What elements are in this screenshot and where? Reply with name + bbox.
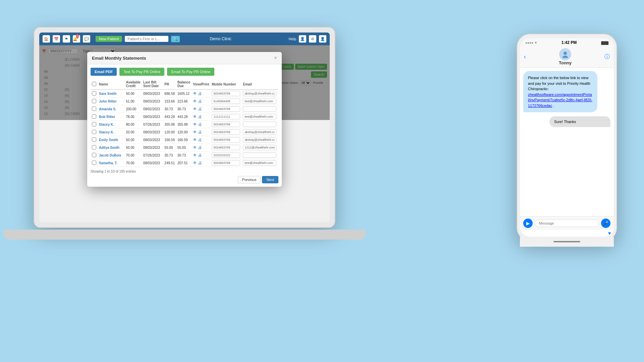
row-checkbox-7[interactable] xyxy=(92,145,96,149)
contact-avatar xyxy=(559,48,571,60)
phone-home-indicator xyxy=(520,237,614,247)
last-bill-date: 08/03/2023 xyxy=(142,144,163,152)
phone-info-button[interactable]: ⓘ xyxy=(604,53,610,60)
mobile-input[interactable] xyxy=(212,114,240,119)
patient-name-link[interactable]: Stacey K. xyxy=(99,123,114,126)
email-input[interactable] xyxy=(243,91,276,96)
statement-row: Emily Smith 50.00 08/03/2023 166.59 166.… xyxy=(91,136,278,144)
mobile-input[interactable] xyxy=(212,137,240,142)
print-icon[interactable]: 🖨 xyxy=(198,161,202,165)
row-checkbox-9[interactable] xyxy=(92,161,96,165)
view-icon[interactable]: 👁 xyxy=(193,122,197,127)
modal-close-button[interactable]: × xyxy=(274,55,277,61)
print-icon[interactable]: 🖨 xyxy=(198,130,202,134)
mobile-input[interactable] xyxy=(212,91,240,96)
phone-mic-button[interactable]: 🎤 xyxy=(601,219,610,228)
user-icon[interactable]: 👤 xyxy=(299,35,306,43)
row-checkbox-8[interactable] xyxy=(92,153,96,157)
row-checkbox-3[interactable] xyxy=(92,114,96,119)
row-checkbox-2[interactable] xyxy=(92,107,96,111)
view-icon[interactable]: 👁 xyxy=(193,137,197,142)
notification-icon[interactable]: 🔔3 xyxy=(73,35,80,43)
email-pdf-button[interactable]: Email PDF xyxy=(91,68,117,76)
patient-name-link[interactable]: Stacey K. xyxy=(99,130,114,134)
email-input[interactable] xyxy=(243,137,276,142)
settings-icon[interactable]: ⚙ xyxy=(309,35,316,43)
statement-row: Sara Smith 50.00 08/03/2023 686.58 1605.… xyxy=(91,89,278,98)
email-input[interactable] xyxy=(243,153,276,158)
col-name-header: Name xyxy=(98,79,125,89)
email-input[interactable] xyxy=(243,99,276,104)
phone-back-button[interactable]: ‹ xyxy=(524,53,526,60)
email-input[interactable] xyxy=(243,145,276,150)
print-icon[interactable]: 🖨 xyxy=(198,99,202,104)
email-input[interactable] xyxy=(243,129,276,135)
mobile-input[interactable] xyxy=(212,160,240,166)
next-button[interactable]: Next xyxy=(262,176,278,183)
previous-button[interactable]: Previous xyxy=(238,176,261,183)
patient-name-link[interactable]: Samatha. T. xyxy=(99,161,117,165)
statement-row: Jacob DuBois 70.00 07/26/2023 30.73 30.7… xyxy=(91,152,278,159)
patient-name-link[interactable]: Sara Smith xyxy=(99,92,116,96)
phone-send-button[interactable]: ▶ xyxy=(523,219,533,228)
available-credit: 50.00 xyxy=(125,144,142,152)
row-checkbox-4[interactable] xyxy=(92,122,96,126)
mobile-input[interactable] xyxy=(212,106,240,112)
patient-name-link[interactable]: Jacob DuBois xyxy=(99,154,121,157)
email-input[interactable] xyxy=(243,114,276,119)
patient-name-link[interactable]: Emily Smith xyxy=(99,138,118,142)
print-icon[interactable]: 🖨 xyxy=(198,114,202,119)
print-icon[interactable]: 🖨 xyxy=(198,107,202,111)
email-input[interactable] xyxy=(243,122,276,127)
view-icon[interactable]: 👁 xyxy=(193,145,197,150)
home-icon[interactable]: 🏠 xyxy=(43,35,50,43)
mobile-input[interactable] xyxy=(212,145,240,150)
select-all-checkbox[interactable] xyxy=(92,82,96,86)
mobile-input[interactable] xyxy=(212,153,240,158)
row-checkbox-6[interactable] xyxy=(92,137,96,142)
profile-icon[interactable]: 👤 xyxy=(319,35,326,43)
email-input[interactable] xyxy=(243,160,276,166)
last-bill-date: 08/03/2023 xyxy=(142,89,163,98)
view-icon[interactable]: 👁 xyxy=(193,153,197,158)
flag-icon[interactable]: ⚑ xyxy=(63,35,70,43)
mobile-input[interactable] xyxy=(212,122,240,127)
balance-due: 207.51 xyxy=(176,159,192,167)
email-input[interactable] xyxy=(243,106,276,112)
laptop-screen: 🏠 📅 ⚑ 🔔3 💬 New Patient 🔍 Demo Clinic Hel… xyxy=(39,33,330,222)
new-patient-button[interactable]: New Patient xyxy=(96,36,122,42)
patient-name-link[interactable]: Bob Ritter xyxy=(99,115,115,119)
email-to-pay-button[interactable]: Email To Pay PR Online xyxy=(167,68,214,76)
print-icon[interactable]: 🖨 xyxy=(198,153,202,158)
patient-name-link[interactable]: Amanda S. xyxy=(99,107,116,111)
patient-search-input[interactable] xyxy=(125,36,168,42)
row-checkbox-5[interactable] xyxy=(92,130,96,134)
text-to-pay-button[interactable]: Text To Pay PR Online xyxy=(119,68,164,76)
phone-message-input[interactable] xyxy=(535,220,599,227)
view-icon[interactable]: 👁 xyxy=(193,99,197,104)
modal-header: Email Monthly Statements × xyxy=(87,52,282,64)
view-icon[interactable]: 👁 xyxy=(193,161,197,165)
message-icon[interactable]: 💬 xyxy=(83,35,90,43)
balance-due: 30.73 xyxy=(176,105,192,113)
mobile-input[interactable] xyxy=(212,129,240,135)
message-suffix: . xyxy=(553,104,554,108)
topbar-search-button[interactable]: 🔍 xyxy=(171,36,180,42)
print-icon[interactable]: 🖨 xyxy=(198,91,202,96)
mobile-input[interactable] xyxy=(212,99,240,104)
view-icon[interactable]: 👁 xyxy=(193,130,197,134)
patient-name-link[interactable]: Aditya Smith xyxy=(99,146,119,149)
print-icon[interactable]: 🖨 xyxy=(198,122,202,127)
patient-name-link[interactable]: John Ritter xyxy=(99,100,117,103)
statement-row: Aditya Smith 50.00 08/03/2023 55.00 55.0… xyxy=(91,144,278,152)
row-checkbox-0[interactable] xyxy=(92,91,96,96)
view-icon[interactable]: 👁 xyxy=(193,114,197,119)
payment-link[interactable]: zhealthsoftware.com/appointmentPortal/in… xyxy=(528,93,592,108)
calendar-icon[interactable]: 📅 xyxy=(53,35,60,43)
print-icon[interactable]: 🖨 xyxy=(198,137,202,142)
view-icon[interactable]: 👁 xyxy=(193,91,197,96)
view-icon[interactable]: 👁 xyxy=(193,107,197,111)
pr-value: 355.98 xyxy=(163,121,176,128)
print-icon[interactable]: 🖨 xyxy=(198,145,202,150)
row-checkbox-1[interactable] xyxy=(92,99,96,103)
